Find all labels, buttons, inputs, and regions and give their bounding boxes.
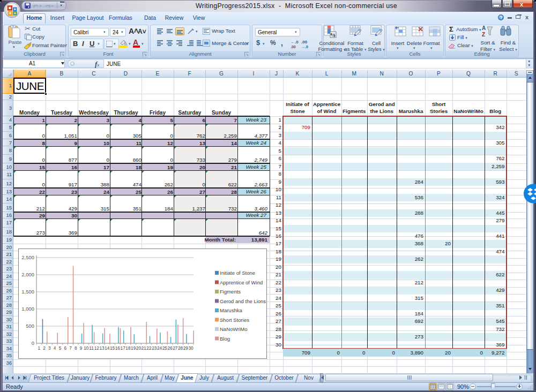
- svg-text:25: 25: [162, 345, 168, 351]
- svg-text:8: 8: [75, 345, 77, 351]
- svg-text:13: 13: [99, 345, 105, 351]
- svg-text:23: 23: [152, 345, 157, 351]
- svg-text:19: 19: [131, 345, 136, 351]
- svg-text:22: 22: [146, 345, 152, 351]
- svg-text:1: 1: [38, 345, 41, 351]
- svg-text:Marushka: Marushka: [220, 307, 242, 313]
- svg-text:5: 5: [59, 345, 62, 351]
- svg-text:6: 6: [64, 345, 66, 351]
- svg-text:Gerod and the Lions: Gerod and the Lions: [220, 298, 266, 304]
- svg-text:2: 2: [43, 345, 46, 351]
- svg-text:0: 0: [32, 340, 34, 346]
- svg-text:24: 24: [157, 345, 162, 351]
- svg-text:15: 15: [110, 345, 115, 351]
- svg-text:Short Stories: Short Stories: [220, 317, 249, 323]
- svg-text:3: 3: [48, 345, 51, 351]
- svg-text:16: 16: [115, 345, 121, 351]
- svg-text:2,500: 2,500: [21, 254, 34, 260]
- svg-text:28: 28: [178, 345, 183, 351]
- svg-text:1,500: 1,500: [21, 289, 34, 295]
- svg-text:Apprentice of Wind: Apprentice of Wind: [220, 280, 263, 285]
- svg-text:11: 11: [89, 345, 94, 351]
- svg-text:Figments: Figments: [220, 289, 241, 295]
- svg-text:500: 500: [26, 323, 34, 329]
- svg-text:Initiate of Stone: Initiate of Stone: [220, 270, 255, 276]
- svg-text:30: 30: [189, 345, 194, 351]
- svg-text:9: 9: [80, 345, 83, 351]
- svg-text:12: 12: [94, 345, 100, 351]
- svg-text:1,000: 1,000: [21, 306, 34, 312]
- svg-text:18: 18: [125, 345, 131, 351]
- svg-text:2,000: 2,000: [21, 272, 34, 277]
- svg-text:Z: Z: [482, 32, 485, 37]
- svg-text:Blog: Blog: [220, 336, 230, 342]
- svg-text:29: 29: [183, 345, 189, 351]
- svg-text:7: 7: [69, 345, 72, 351]
- svg-text:A: A: [482, 25, 486, 31]
- svg-text:26: 26: [167, 345, 173, 351]
- svg-text:4: 4: [54, 345, 56, 351]
- svg-text:14: 14: [105, 345, 110, 351]
- svg-text:27: 27: [173, 345, 178, 351]
- svg-text:20: 20: [136, 345, 142, 351]
- svg-text:10: 10: [84, 345, 89, 351]
- svg-text:NaNoWriMo: NaNoWriMo: [220, 326, 248, 332]
- svg-text:17: 17: [121, 345, 126, 351]
- svg-text:21: 21: [142, 345, 147, 351]
